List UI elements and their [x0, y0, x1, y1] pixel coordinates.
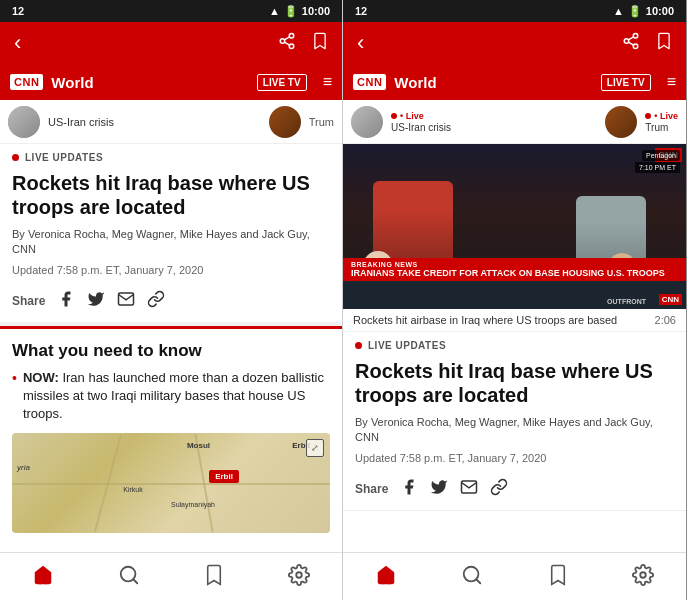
wifi-icon: ▲ — [269, 5, 280, 17]
svg-point-7 — [296, 572, 302, 578]
video-caption: Rockets hit airbase in Iraq where US tro… — [353, 314, 649, 326]
live-updates-label: LIVE UPDATES — [25, 152, 103, 163]
article-headline[interactable]: Rockets hit Iraq base where US troops ar… — [0, 167, 342, 227]
bookmark-button-right[interactable] — [656, 32, 672, 55]
tab-search[interactable] — [118, 564, 140, 591]
wifi-icon-right: ▲ — [613, 5, 624, 17]
content-right[interactable]: LIVE UPDATES Rockets hit Iraq base where… — [343, 332, 686, 552]
tab-bookmark[interactable] — [204, 564, 224, 591]
home-icon-right — [375, 564, 397, 591]
time-left: 10:00 — [302, 5, 330, 17]
share-button[interactable] — [278, 32, 296, 55]
live-tv-button[interactable]: LIVE TV — [257, 74, 307, 91]
tab-bar-left — [0, 552, 342, 600]
time-badge: 7:10 PM ET — [635, 162, 680, 173]
menu-button[interactable]: ≡ — [323, 73, 332, 91]
article-headline-right[interactable]: Rockets hit Iraq base where US troops ar… — [343, 355, 686, 415]
svg-line-14 — [477, 579, 481, 583]
bookmark-button[interactable] — [312, 32, 328, 55]
nav-bar-right: ‹ — [343, 22, 686, 64]
map-expand-button[interactable]: ⤢ — [306, 439, 324, 457]
twitter-share[interactable] — [87, 290, 105, 312]
breaking-news-banner: BREAKING NEWS IRANIANS TAKE CREDIT FOR A… — [343, 258, 686, 281]
bullet-dot: • — [12, 370, 17, 424]
tab-home-right[interactable] — [375, 564, 397, 591]
article-byline-right: By Veronica Rocha, Meg Wagner, Mike Haye… — [343, 415, 686, 450]
link-share[interactable] — [147, 290, 165, 312]
settings-icon — [288, 564, 310, 591]
cnn-logo: CNN — [10, 74, 43, 90]
battery-icon-right: 🔋 — [628, 5, 642, 18]
facebook-share[interactable] — [57, 290, 75, 312]
live-tv-button-right[interactable]: LIVE TV — [601, 74, 651, 91]
time-right: 10:00 — [646, 5, 674, 17]
left-phone: 12 ▲ 🔋 10:00 ‹ CNN World LIVE TV ≡ US-I — [0, 0, 343, 600]
ticker-bar-left: US-Iran crisis Trum — [0, 100, 342, 144]
map-container[interactable]: Mosul Erbil Sulaymaniyah Kirkuk yria Erb… — [12, 433, 330, 533]
email-share-right[interactable] — [460, 478, 478, 500]
battery-icon: 🔋 — [284, 5, 298, 18]
live-dot — [12, 154, 19, 161]
live-badge-right: • Live — [645, 111, 678, 121]
share-row-right: Share — [343, 472, 686, 511]
menu-button-right[interactable]: ≡ — [667, 73, 676, 91]
live-updates-row: LIVE UPDATES — [0, 144, 342, 167]
section-title-right: World — [394, 74, 593, 91]
bullet-text: NOW: Iran has launched more than a dozen… — [23, 369, 330, 424]
back-button[interactable]: ‹ — [14, 30, 21, 56]
bookmark-tab-icon — [204, 564, 224, 591]
tab-home[interactable] — [32, 564, 54, 591]
article-updated-right: Updated 7:58 p.m. ET, January 7, 2020 — [343, 450, 686, 472]
back-button-right[interactable]: ‹ — [357, 30, 364, 56]
cnn-header-left: CNN World LIVE TV ≡ — [0, 64, 342, 100]
article-updated: Updated 7:58 p.m. ET, January 7, 2020 — [0, 262, 342, 284]
tab-bar-right — [343, 552, 686, 600]
live-dot-article — [355, 342, 362, 349]
video-player[interactable]: CNN Pentagon 7:10 PM ET BREAKING NEWS IR… — [343, 144, 686, 309]
right-phone: 12 ▲ 🔋 10:00 ‹ CNN World LIVE TV ≡ — [343, 0, 686, 600]
share-label-right: Share — [355, 482, 388, 496]
live-updates-label-right: LIVE UPDATES — [368, 340, 446, 351]
share-label: Share — [12, 294, 45, 308]
svg-line-4 — [284, 36, 289, 39]
bullet-item: • NOW: Iran has launched more than a doz… — [0, 369, 342, 434]
cnn-lower-bug: CNN — [659, 294, 682, 305]
live-updates-row-right: LIVE UPDATES — [343, 332, 686, 355]
svg-line-12 — [628, 36, 633, 39]
section-need-to-know: What you need to know — [0, 326, 342, 369]
ticker-name2: Trum — [645, 122, 678, 133]
ticker-topic: US-Iran crisis — [48, 116, 261, 128]
article-byline: By Veronica Rocha, Meg Wagner, Mike Haye… — [0, 227, 342, 262]
link-share-right[interactable] — [490, 478, 508, 500]
email-share[interactable] — [117, 290, 135, 312]
avatar-right-right — [605, 106, 637, 138]
home-icon — [32, 564, 54, 591]
tab-search-right[interactable] — [461, 564, 483, 591]
status-bar-left: 12 ▲ 🔋 10:00 — [0, 0, 342, 22]
content-left[interactable]: LIVE UPDATES Rockets hit Iraq base where… — [0, 144, 342, 552]
pentagon-badge: Pentagon — [642, 150, 680, 161]
signal-right: 12 — [355, 5, 367, 17]
tab-settings-right[interactable] — [632, 564, 654, 591]
avatar-right — [269, 106, 301, 138]
ticker-topic-right: US-Iran crisis — [391, 122, 597, 133]
svg-line-6 — [133, 579, 137, 583]
avatar-left — [8, 106, 40, 138]
tab-settings[interactable] — [288, 564, 310, 591]
video-caption-row: Rockets hit airbase in Iraq where US tro… — [343, 309, 686, 332]
search-icon-right — [461, 564, 483, 591]
tab-bookmark-right[interactable] — [548, 564, 568, 591]
breaking-news-label: BREAKING NEWS — [351, 261, 678, 268]
live-dot-left — [391, 113, 397, 119]
search-icon — [118, 564, 140, 591]
share-row: Share — [0, 284, 342, 326]
section-title: World — [51, 74, 249, 91]
svg-point-15 — [640, 572, 646, 578]
live-badge-left: • Live — [391, 111, 597, 121]
share-button-right[interactable] — [622, 32, 640, 55]
twitter-share-right[interactable] — [430, 478, 448, 500]
video-duration: 2:06 — [655, 314, 676, 326]
ticker-name: Trum — [309, 116, 334, 128]
live-label2: • Live — [654, 111, 678, 121]
facebook-share-right[interactable] — [400, 478, 418, 500]
